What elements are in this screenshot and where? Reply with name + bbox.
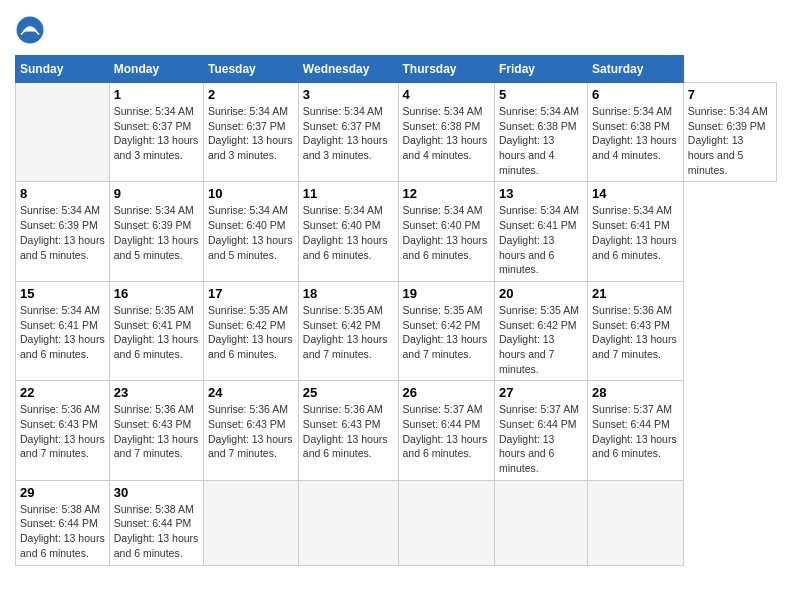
- day-info: Sunrise: 5:34 AMSunset: 6:37 PMDaylight:…: [114, 104, 199, 163]
- day-info: Sunrise: 5:34 AMSunset: 6:39 PMDaylight:…: [114, 203, 199, 262]
- day-info: Sunrise: 5:34 AMSunset: 6:40 PMDaylight:…: [403, 203, 490, 262]
- calendar-cell: 10Sunrise: 5:34 AMSunset: 6:40 PMDayligh…: [203, 182, 298, 281]
- calendar-cell: 6Sunrise: 5:34 AMSunset: 6:38 PMDaylight…: [588, 83, 684, 182]
- calendar-cell: 4Sunrise: 5:34 AMSunset: 6:38 PMDaylight…: [398, 83, 494, 182]
- day-number: 15: [20, 286, 105, 301]
- column-header-saturday: Saturday: [588, 56, 684, 83]
- day-info: Sunrise: 5:34 AMSunset: 6:38 PMDaylight:…: [403, 104, 490, 163]
- calendar-cell: 22Sunrise: 5:36 AMSunset: 6:43 PMDayligh…: [16, 381, 110, 480]
- calendar-cell: 26Sunrise: 5:37 AMSunset: 6:44 PMDayligh…: [398, 381, 494, 480]
- calendar-cell: 25Sunrise: 5:36 AMSunset: 6:43 PMDayligh…: [298, 381, 398, 480]
- day-info: Sunrise: 5:38 AMSunset: 6:44 PMDaylight:…: [20, 502, 105, 561]
- day-number: 22: [20, 385, 105, 400]
- calendar-cell: 9Sunrise: 5:34 AMSunset: 6:39 PMDaylight…: [109, 182, 203, 281]
- day-info: Sunrise: 5:34 AMSunset: 6:38 PMDaylight:…: [592, 104, 679, 163]
- day-number: 9: [114, 186, 199, 201]
- day-number: 29: [20, 485, 105, 500]
- day-info: Sunrise: 5:34 AMSunset: 6:37 PMDaylight:…: [303, 104, 394, 163]
- logo: [15, 15, 49, 45]
- day-number: 10: [208, 186, 294, 201]
- week-row-3: 15Sunrise: 5:34 AMSunset: 6:41 PMDayligh…: [16, 281, 777, 380]
- day-number: 8: [20, 186, 105, 201]
- day-number: 2: [208, 87, 294, 102]
- day-number: 21: [592, 286, 679, 301]
- header: [15, 15, 777, 45]
- calendar-header: SundayMondayTuesdayWednesdayThursdayFrid…: [16, 56, 777, 83]
- day-info: Sunrise: 5:35 AMSunset: 6:41 PMDaylight:…: [114, 303, 199, 362]
- day-info: Sunrise: 5:35 AMSunset: 6:42 PMDaylight:…: [303, 303, 394, 362]
- column-header-thursday: Thursday: [398, 56, 494, 83]
- calendar-cell: 5Sunrise: 5:34 AMSunset: 6:38 PMDaylight…: [494, 83, 587, 182]
- day-number: 4: [403, 87, 490, 102]
- day-info: Sunrise: 5:34 AMSunset: 6:41 PMDaylight:…: [499, 203, 583, 276]
- calendar-cell: 8Sunrise: 5:34 AMSunset: 6:39 PMDaylight…: [16, 182, 110, 281]
- day-info: Sunrise: 5:37 AMSunset: 6:44 PMDaylight:…: [403, 402, 490, 461]
- day-info: Sunrise: 5:34 AMSunset: 6:41 PMDaylight:…: [592, 203, 679, 262]
- day-info: Sunrise: 5:34 AMSunset: 6:39 PMDaylight:…: [20, 203, 105, 262]
- day-info: Sunrise: 5:36 AMSunset: 6:43 PMDaylight:…: [303, 402, 394, 461]
- week-row-2: 8Sunrise: 5:34 AMSunset: 6:39 PMDaylight…: [16, 182, 777, 281]
- day-info: Sunrise: 5:34 AMSunset: 6:40 PMDaylight:…: [303, 203, 394, 262]
- calendar-table: SundayMondayTuesdayWednesdayThursdayFrid…: [15, 55, 777, 566]
- day-info: Sunrise: 5:38 AMSunset: 6:44 PMDaylight:…: [114, 502, 199, 561]
- week-row-5: 29Sunrise: 5:38 AMSunset: 6:44 PMDayligh…: [16, 480, 777, 565]
- day-info: Sunrise: 5:34 AMSunset: 6:40 PMDaylight:…: [208, 203, 294, 262]
- calendar-cell: 18Sunrise: 5:35 AMSunset: 6:42 PMDayligh…: [298, 281, 398, 380]
- column-header-sunday: Sunday: [16, 56, 110, 83]
- calendar-cell: 16Sunrise: 5:35 AMSunset: 6:41 PMDayligh…: [109, 281, 203, 380]
- day-info: Sunrise: 5:35 AMSunset: 6:42 PMDaylight:…: [403, 303, 490, 362]
- day-number: 7: [688, 87, 772, 102]
- day-number: 17: [208, 286, 294, 301]
- calendar-cell: [203, 480, 298, 565]
- calendar-cell: 23Sunrise: 5:36 AMSunset: 6:43 PMDayligh…: [109, 381, 203, 480]
- calendar-cell: [16, 83, 110, 182]
- calendar-cell: 28Sunrise: 5:37 AMSunset: 6:44 PMDayligh…: [588, 381, 684, 480]
- day-number: 19: [403, 286, 490, 301]
- day-info: Sunrise: 5:34 AMSunset: 6:41 PMDaylight:…: [20, 303, 105, 362]
- day-number: 18: [303, 286, 394, 301]
- calendar-cell: [494, 480, 587, 565]
- day-info: Sunrise: 5:36 AMSunset: 6:43 PMDaylight:…: [114, 402, 199, 461]
- day-number: 20: [499, 286, 583, 301]
- calendar-cell: [588, 480, 684, 565]
- calendar-cell: 1Sunrise: 5:34 AMSunset: 6:37 PMDaylight…: [109, 83, 203, 182]
- week-row-4: 22Sunrise: 5:36 AMSunset: 6:43 PMDayligh…: [16, 381, 777, 480]
- day-info: Sunrise: 5:37 AMSunset: 6:44 PMDaylight:…: [499, 402, 583, 475]
- day-info: Sunrise: 5:35 AMSunset: 6:42 PMDaylight:…: [499, 303, 583, 376]
- header-row: SundayMondayTuesdayWednesdayThursdayFrid…: [16, 56, 777, 83]
- calendar-cell: 2Sunrise: 5:34 AMSunset: 6:37 PMDaylight…: [203, 83, 298, 182]
- day-number: 24: [208, 385, 294, 400]
- day-number: 6: [592, 87, 679, 102]
- calendar-cell: 3Sunrise: 5:34 AMSunset: 6:37 PMDaylight…: [298, 83, 398, 182]
- column-header-wednesday: Wednesday: [298, 56, 398, 83]
- day-info: Sunrise: 5:34 AMSunset: 6:38 PMDaylight:…: [499, 104, 583, 177]
- day-number: 14: [592, 186, 679, 201]
- calendar-cell: 17Sunrise: 5:35 AMSunset: 6:42 PMDayligh…: [203, 281, 298, 380]
- day-info: Sunrise: 5:34 AMSunset: 6:37 PMDaylight:…: [208, 104, 294, 163]
- calendar-cell: 20Sunrise: 5:35 AMSunset: 6:42 PMDayligh…: [494, 281, 587, 380]
- column-header-tuesday: Tuesday: [203, 56, 298, 83]
- day-number: 3: [303, 87, 394, 102]
- day-number: 28: [592, 385, 679, 400]
- calendar-cell: 7Sunrise: 5:34 AMSunset: 6:39 PMDaylight…: [683, 83, 776, 182]
- calendar-cell: 24Sunrise: 5:36 AMSunset: 6:43 PMDayligh…: [203, 381, 298, 480]
- calendar-cell: 11Sunrise: 5:34 AMSunset: 6:40 PMDayligh…: [298, 182, 398, 281]
- day-info: Sunrise: 5:36 AMSunset: 6:43 PMDaylight:…: [20, 402, 105, 461]
- column-header-friday: Friday: [494, 56, 587, 83]
- column-header-monday: Monday: [109, 56, 203, 83]
- day-number: 13: [499, 186, 583, 201]
- logo-icon: [15, 15, 45, 45]
- day-info: Sunrise: 5:36 AMSunset: 6:43 PMDaylight:…: [208, 402, 294, 461]
- day-number: 12: [403, 186, 490, 201]
- calendar-cell: 19Sunrise: 5:35 AMSunset: 6:42 PMDayligh…: [398, 281, 494, 380]
- day-number: 26: [403, 385, 490, 400]
- week-row-1: 1Sunrise: 5:34 AMSunset: 6:37 PMDaylight…: [16, 83, 777, 182]
- calendar-cell: 29Sunrise: 5:38 AMSunset: 6:44 PMDayligh…: [16, 480, 110, 565]
- day-info: Sunrise: 5:37 AMSunset: 6:44 PMDaylight:…: [592, 402, 679, 461]
- day-info: Sunrise: 5:34 AMSunset: 6:39 PMDaylight:…: [688, 104, 772, 177]
- calendar-cell: 12Sunrise: 5:34 AMSunset: 6:40 PMDayligh…: [398, 182, 494, 281]
- day-number: 5: [499, 87, 583, 102]
- day-number: 23: [114, 385, 199, 400]
- day-number: 16: [114, 286, 199, 301]
- calendar-cell: 13Sunrise: 5:34 AMSunset: 6:41 PMDayligh…: [494, 182, 587, 281]
